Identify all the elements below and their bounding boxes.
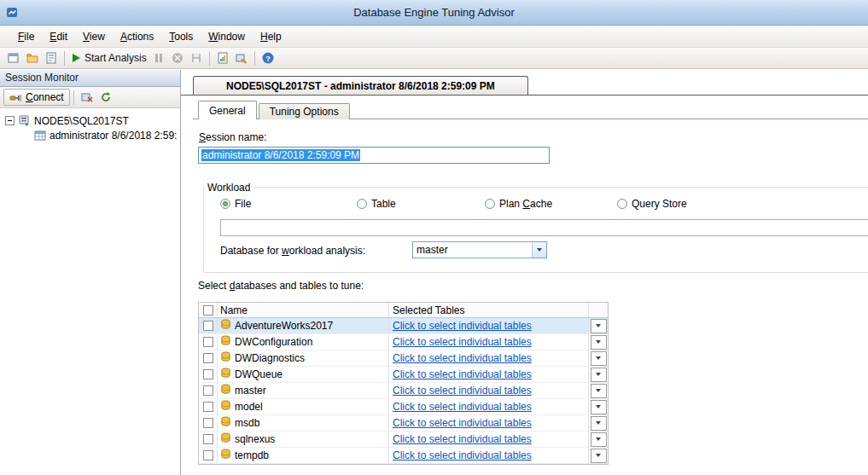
subtab-strip: GeneralTuning Options: [198, 101, 352, 119]
radio-table[interactable]: Table: [357, 198, 485, 210]
database-combo[interactable]: master: [412, 241, 547, 258]
table-body: AdventureWorks2017Click to select indivi…: [199, 318, 608, 464]
session-tab-title: NODE5\SQL2017ST - administrator 8/6/2018…: [226, 80, 495, 92]
chevron-down-icon: [596, 373, 601, 376]
database-table: Name Selected Tables AdventureWorks2017C…: [198, 302, 609, 465]
table-row[interactable]: sqlnexusClick to select individual table…: [199, 432, 608, 448]
select-tables-link[interactable]: Click to select individual tables: [393, 336, 532, 348]
chevron-down-icon: [596, 324, 601, 327]
table-row[interactable]: AdventureWorks2017Click to select indivi…: [199, 318, 608, 334]
radio-plan-cache[interactable]: Plan Cache: [485, 198, 617, 210]
tables-dropdown-button[interactable]: [591, 384, 607, 398]
export-icon: [44, 51, 58, 65]
table-row[interactable]: DWQueueClick to select individual tables: [199, 367, 608, 383]
refresh-button[interactable]: [96, 88, 115, 107]
tree-node-server[interactable]: NODE5\SQL2017ST: [0, 113, 180, 128]
chevron-down-icon: [596, 405, 601, 408]
connect-button[interactable]: Connect: [3, 89, 70, 106]
workload-file-input[interactable]: [220, 219, 868, 236]
select-tables-link[interactable]: Click to select individual tables: [393, 385, 532, 397]
row-checkbox[interactable]: [203, 434, 213, 444]
row-checkbox[interactable]: [203, 337, 213, 347]
export-session-button[interactable]: [42, 49, 61, 67]
session-name-input[interactable]: administrator 8/6/2018 2:59:09 PM: [198, 147, 550, 164]
radio-label: Plan Cache: [499, 198, 552, 210]
select-tables-link[interactable]: Click to select individual tables: [393, 320, 532, 332]
row-checkbox[interactable]: [203, 369, 213, 379]
tables-dropdown-button[interactable]: [591, 368, 607, 382]
menu-bar: FileEditViewActionsToolsWindowHelp: [0, 26, 868, 48]
table-row[interactable]: msdbClick to select individual tables: [199, 415, 608, 432]
connect-label: Connect: [26, 91, 64, 103]
table-row[interactable]: DWDiagnosticsClick to select individual …: [199, 350, 608, 367]
menu-actions[interactable]: Actions: [113, 27, 161, 46]
row-checkbox[interactable]: [203, 353, 213, 363]
table-row[interactable]: modelClick to select individual tables: [199, 399, 608, 415]
menu-tools[interactable]: Tools: [161, 27, 201, 46]
table-row[interactable]: masterClick to select individual tables: [199, 383, 608, 399]
help-button[interactable]: ?: [259, 49, 277, 67]
report-button[interactable]: [213, 49, 232, 67]
database-name: msdb: [235, 417, 259, 429]
row-checkbox[interactable]: [203, 321, 213, 331]
toolbar-separator: [254, 51, 255, 66]
menu-edit[interactable]: Edit: [42, 27, 75, 46]
database-name: AdventureWorks2017: [235, 320, 333, 332]
radio-circle: [485, 199, 495, 209]
session-tab[interactable]: NODE5\SQL2017ST - administrator 8/6/2018…: [193, 76, 528, 95]
tab-general[interactable]: General: [198, 101, 257, 119]
radio-file[interactable]: File: [220, 198, 357, 210]
select-tables-link[interactable]: Click to select individual tables: [393, 417, 532, 429]
tab-tuning-options[interactable]: Tuning Options: [259, 103, 350, 119]
select-tables-link[interactable]: Click to select individual tables: [393, 352, 532, 364]
radio-label: Table: [371, 198, 396, 210]
select-tables-link[interactable]: Click to select individual tables: [393, 401, 532, 413]
stop-icon: [171, 51, 184, 65]
radio-label: File: [235, 198, 251, 210]
tables-dropdown-button[interactable]: [591, 400, 607, 414]
menu-view[interactable]: View: [75, 27, 113, 46]
row-checkbox[interactable]: [203, 402, 213, 412]
collapse-icon[interactable]: [5, 116, 15, 125]
select-tables-link[interactable]: Click to select individual tables: [393, 449, 532, 461]
table-row[interactable]: tempdbClick to select individual tables: [199, 448, 608, 464]
tuning-options-button[interactable]: [232, 49, 251, 67]
select-all-checkbox[interactable]: [203, 305, 213, 316]
menu-help[interactable]: Help: [253, 27, 289, 46]
play-icon: [73, 54, 80, 62]
tables-dropdown-button[interactable]: [591, 351, 607, 366]
start-analysis-button[interactable]: Start Analysis: [68, 49, 149, 67]
table-header: Name Selected Tables: [199, 303, 608, 318]
stop-analysis-button: [168, 49, 187, 67]
database-icon: [220, 416, 231, 430]
row-checkbox[interactable]: [203, 450, 213, 461]
tables-dropdown-button[interactable]: [591, 416, 607, 431]
tables-dropdown-button[interactable]: [591, 335, 607, 350]
title-bar: Database Engine Tuning Advisor: [0, 0, 868, 26]
menu-file[interactable]: File: [10, 27, 42, 46]
chevron-down-icon: [596, 340, 601, 344]
tables-dropdown-button[interactable]: [591, 432, 607, 447]
select-tables-link[interactable]: Click to select individual tables: [393, 368, 532, 380]
menu-window[interactable]: Window: [201, 27, 253, 46]
row-checkbox[interactable]: [203, 385, 213, 396]
combo-dropdown-button[interactable]: [532, 242, 546, 258]
tables-dropdown-button[interactable]: [591, 449, 607, 463]
database-icon: [220, 384, 231, 397]
save-icon: [189, 51, 203, 65]
workload-options: FileTablePlan CacheQuery Store: [220, 198, 719, 210]
open-workload-button[interactable]: [23, 49, 42, 67]
chevron-down-icon: [596, 389, 601, 392]
table-row[interactable]: DWConfigurationClick to select individua…: [199, 334, 608, 350]
row-checkbox[interactable]: [203, 418, 213, 428]
disconnect-button[interactable]: [78, 88, 96, 107]
database-icon: [220, 400, 231, 414]
report-icon: [216, 51, 230, 65]
new-session-button[interactable]: [4, 49, 23, 67]
database-name: tempdb: [235, 449, 269, 461]
radio-label: Query Store: [632, 198, 687, 210]
tree-node-session[interactable]: administrator 8/6/2018 2:59:: [0, 128, 180, 142]
tables-dropdown-button[interactable]: [591, 319, 607, 333]
select-tables-link[interactable]: Click to select individual tables: [393, 433, 532, 445]
radio-query-store[interactable]: Query Store: [617, 198, 719, 210]
